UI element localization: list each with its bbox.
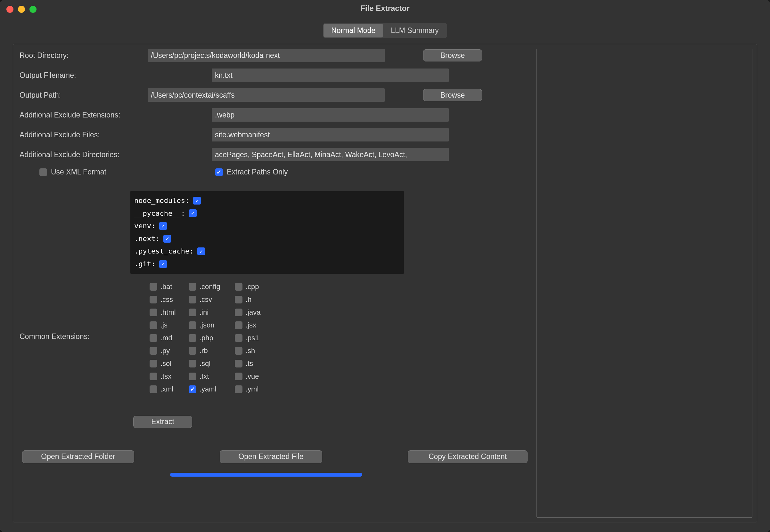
extension-item[interactable]: .css: [150, 295, 189, 304]
extension-checkbox[interactable]: [150, 296, 157, 303]
extension-checkbox[interactable]: [235, 321, 242, 329]
extension-checkbox[interactable]: [235, 283, 242, 291]
extension-label: .css: [160, 295, 173, 304]
dir-exclude-checkbox[interactable]: [159, 222, 167, 230]
extension-label: .h: [246, 295, 251, 304]
browse-root-button[interactable]: Browse: [423, 49, 482, 61]
extension-item[interactable]: .xml: [150, 385, 189, 393]
extension-checkbox[interactable]: [235, 296, 242, 303]
dir-exclude-name: .pytest_cache: [134, 245, 195, 258]
exclude-ext-row: Additional Exclude Extensions:: [20, 108, 530, 122]
extension-checkbox[interactable]: [150, 360, 157, 367]
extension-checkbox[interactable]: [189, 347, 196, 355]
extension-item[interactable]: .h: [235, 295, 273, 304]
minimize-window-icon[interactable]: [18, 6, 25, 13]
extension-item[interactable]: .txt: [189, 372, 235, 381]
extension-checkbox[interactable]: [235, 360, 242, 367]
extension-item[interactable]: .html: [150, 308, 189, 317]
dir-exclude-checkbox[interactable]: [197, 247, 205, 255]
dir-exclude-name: .next: [134, 232, 161, 245]
extension-item[interactable]: .sol: [150, 359, 189, 368]
extension-checkbox[interactable]: [235, 334, 242, 342]
extension-item[interactable]: .ts: [235, 359, 273, 368]
extension-checkbox[interactable]: [189, 334, 196, 342]
extension-item[interactable]: .ini: [189, 308, 235, 317]
open-extracted-file-button[interactable]: Open Extracted File: [220, 450, 322, 463]
dir-exclude-checkbox[interactable]: [163, 235, 171, 243]
extension-item[interactable]: .ps1: [235, 334, 273, 342]
exclude-files-row: Additional Exclude Files:: [20, 128, 530, 141]
extract-button[interactable]: Extract: [133, 416, 192, 428]
close-window-icon[interactable]: [6, 6, 13, 13]
extension-item[interactable]: .sql: [189, 359, 235, 368]
extension-item[interactable]: .java: [235, 308, 273, 317]
dir-exclude-checkbox[interactable]: [159, 260, 167, 268]
use-xml-checkbox[interactable]: [39, 168, 47, 176]
extension-label: .sol: [160, 359, 171, 368]
extensions-grid: .bat.config.cpp.css.csv.h.html.ini.java.…: [150, 283, 273, 393]
open-extracted-folder-button[interactable]: Open Extracted Folder: [22, 450, 134, 463]
exclude-dirs-input[interactable]: [212, 148, 449, 161]
extension-item[interactable]: .json: [189, 321, 235, 329]
extension-checkbox[interactable]: [150, 334, 157, 342]
extension-checkbox[interactable]: [235, 385, 242, 393]
use-xml-label: Use XML Format: [51, 168, 106, 176]
root-directory-label: Root Directory:: [20, 51, 148, 60]
extension-checkbox[interactable]: [189, 283, 196, 291]
extension-item[interactable]: .csv: [189, 295, 235, 304]
extension-checkbox[interactable]: [150, 385, 157, 393]
exclude-ext-input[interactable]: [212, 108, 449, 122]
root-directory-input[interactable]: [148, 49, 385, 62]
dir-exclude-name: .git: [134, 258, 157, 270]
extension-item[interactable]: .tsx: [150, 372, 189, 381]
extract-paths-only[interactable]: Extract Paths Only: [215, 168, 288, 176]
dir-exclude-checkbox[interactable]: [189, 209, 197, 217]
extension-checkbox[interactable]: [150, 347, 157, 355]
extension-item[interactable]: .js: [150, 321, 189, 329]
dir-exclude-item: __pycache__: [134, 207, 400, 220]
extension-item[interactable]: .sh: [235, 347, 273, 355]
extension-item[interactable]: .config: [189, 283, 235, 291]
extension-item[interactable]: .cpp: [235, 283, 273, 291]
extension-item[interactable]: .py: [150, 347, 189, 355]
extension-item[interactable]: .php: [189, 334, 235, 342]
extension-checkbox[interactable]: [189, 309, 196, 316]
extension-item[interactable]: .jsx: [235, 321, 273, 329]
tab-normal-mode[interactable]: Normal Mode: [323, 24, 383, 37]
extension-checkbox[interactable]: [150, 283, 157, 291]
extension-item[interactable]: .vue: [235, 372, 273, 381]
window: File Extractor Normal Mode LLM Summary R…: [0, 0, 770, 532]
output-path-row: Output Path: Browse: [20, 88, 530, 102]
extension-label: .md: [160, 334, 172, 342]
extract-paths-checkbox[interactable]: [215, 168, 223, 176]
extension-checkbox[interactable]: [189, 360, 196, 367]
extension-checkbox[interactable]: [150, 321, 157, 329]
output-path-input[interactable]: [148, 88, 385, 102]
output-pane[interactable]: [537, 49, 752, 518]
extension-checkbox[interactable]: [189, 296, 196, 303]
browse-output-button[interactable]: Browse: [423, 89, 482, 101]
extension-item[interactable]: .md: [150, 334, 189, 342]
use-xml-format[interactable]: Use XML Format: [39, 168, 106, 176]
extension-checkbox[interactable]: [189, 385, 196, 393]
extension-checkbox[interactable]: [235, 347, 242, 355]
extension-checkbox[interactable]: [189, 373, 196, 380]
exclude-files-input[interactable]: [212, 128, 449, 141]
extension-checkbox[interactable]: [150, 309, 157, 316]
copy-extracted-content-button[interactable]: Copy Extracted Content: [408, 450, 528, 463]
extension-label: .txt: [199, 372, 209, 381]
extension-checkbox[interactable]: [235, 373, 242, 380]
extension-checkbox[interactable]: [235, 309, 242, 316]
dir-exclude-checkbox[interactable]: [193, 197, 201, 205]
form-column: Root Directory: Browse Output Filename: …: [18, 49, 530, 518]
tab-llm-summary[interactable]: LLM Summary: [383, 24, 447, 37]
output-filename-input[interactable]: [212, 69, 449, 82]
extension-checkbox[interactable]: [150, 373, 157, 380]
extension-item[interactable]: .rb: [189, 347, 235, 355]
dir-exclude-item: node_modules: [134, 194, 400, 207]
fullscreen-window-icon[interactable]: [29, 6, 36, 13]
extension-item[interactable]: .bat: [150, 283, 189, 291]
extension-item[interactable]: .yml: [235, 385, 273, 393]
extension-item[interactable]: .yaml: [189, 385, 235, 393]
extension-checkbox[interactable]: [189, 321, 196, 329]
